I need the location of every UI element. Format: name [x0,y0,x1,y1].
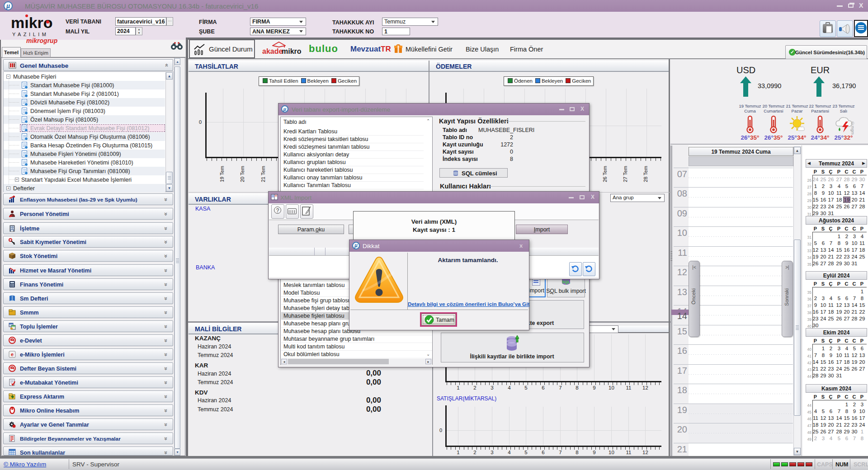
svg-text:e: e [11,352,14,357]
svg-text:SQL: SQL [562,280,571,284]
